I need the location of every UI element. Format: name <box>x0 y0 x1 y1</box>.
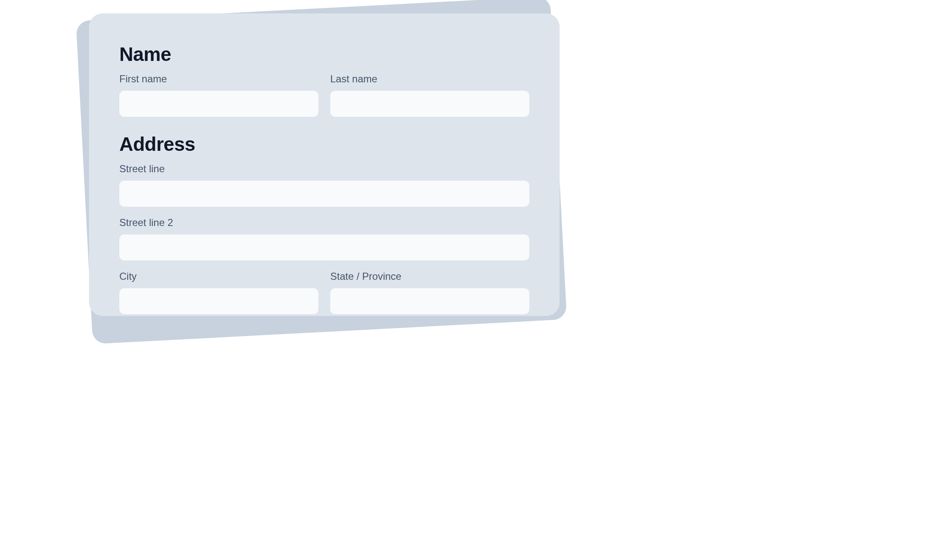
address-section: Address Street line Street line 2 City S… <box>119 133 529 314</box>
last-name-label: Last name <box>330 73 529 85</box>
last-name-input[interactable] <box>330 91 529 117</box>
city-state-row: City State / Province <box>119 271 529 314</box>
form-stage: Name First name Last name Address Street… <box>84 8 563 340</box>
state-input[interactable] <box>330 288 529 314</box>
street-line-1-label: Street line <box>119 163 529 175</box>
street-line-1-field: Street line <box>119 163 529 207</box>
street-line-2-label: Street line 2 <box>119 217 529 229</box>
name-row: First name Last name <box>119 73 529 117</box>
last-name-field: Last name <box>330 73 529 117</box>
city-field: City <box>119 271 318 314</box>
address-heading: Address <box>119 133 529 155</box>
city-label: City <box>119 271 318 282</box>
name-section: Name First name Last name <box>119 43 529 117</box>
state-label: State / Province <box>330 271 529 282</box>
city-input[interactable] <box>119 288 318 314</box>
first-name-label: First name <box>119 73 318 85</box>
name-heading: Name <box>119 43 529 66</box>
state-field: State / Province <box>330 271 529 314</box>
street-line-2-input[interactable] <box>119 234 529 260</box>
street-line-2-field: Street line 2 <box>119 217 529 260</box>
first-name-input[interactable] <box>119 91 318 117</box>
first-name-field: First name <box>119 73 318 117</box>
street-line-1-input[interactable] <box>119 181 529 207</box>
form-card: Name First name Last name Address Street… <box>89 13 560 316</box>
